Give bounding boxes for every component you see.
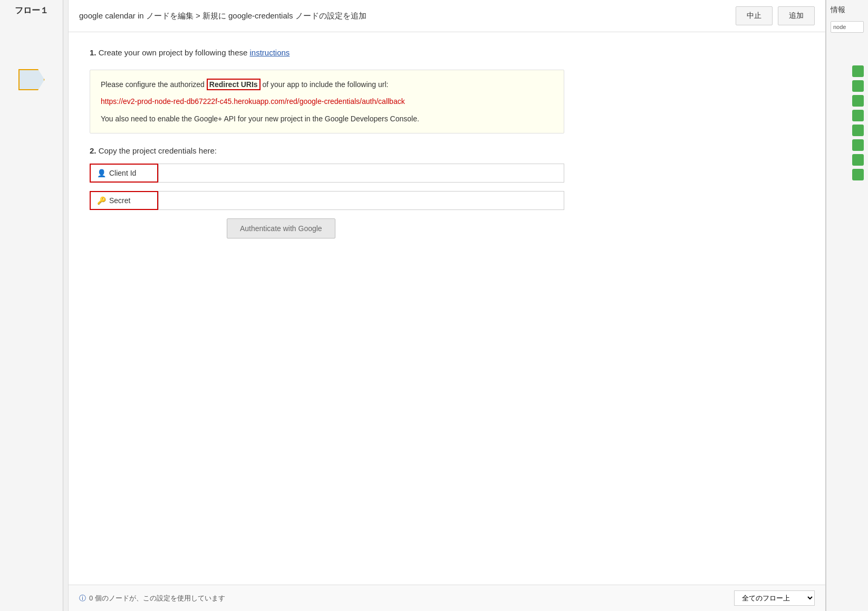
breadcrumb: google calendar in ノードを編集 > 新規に google-c… bbox=[79, 11, 367, 21]
authenticate-button[interactable]: Authenticate with Google bbox=[227, 218, 335, 238]
info-text-before: Please configure the authorized bbox=[101, 80, 207, 89]
node-row-3 bbox=[831, 95, 864, 107]
step1-number: 1. bbox=[90, 48, 97, 57]
key-icon: 🔑 bbox=[97, 196, 106, 205]
green-node-5 bbox=[852, 125, 864, 136]
info-box: Please configure the authorized Redirect… bbox=[90, 70, 564, 133]
header: google calendar in ノードを編集 > 新規に google-c… bbox=[69, 0, 825, 32]
node-block-main: node bbox=[831, 21, 864, 33]
secret-label: 🔑 Secret bbox=[90, 191, 158, 210]
footer-info: ⓘ 0 個のノードが、この設定を使用しています bbox=[79, 594, 225, 603]
right-sidebar-info-label: 情報 bbox=[831, 5, 864, 15]
footer-info-text: 0 個のノードが、この設定を使用しています bbox=[89, 594, 225, 603]
green-node-7 bbox=[852, 154, 864, 166]
secret-input[interactable] bbox=[158, 191, 564, 210]
step1: 1. Create your own project by following … bbox=[90, 48, 804, 57]
node-row-8 bbox=[831, 169, 864, 180]
canvas-strip bbox=[63, 0, 69, 611]
info-text-after: of your app to include the following url… bbox=[261, 80, 389, 89]
step1-text: Create your own project by following the… bbox=[97, 48, 250, 57]
spacer bbox=[831, 36, 864, 46]
node-row-2 bbox=[831, 80, 864, 92]
left-sidebar: フロー１ bbox=[0, 0, 63, 611]
info-box-bottom: You also need to enable the Google+ API … bbox=[101, 113, 553, 125]
step2: 2. Copy the project credentials here: bbox=[90, 146, 804, 155]
green-node-8 bbox=[852, 169, 864, 180]
green-node-1 bbox=[852, 65, 864, 77]
node-row-5 bbox=[831, 125, 864, 136]
step1-label: 1. Create your own project by following … bbox=[90, 48, 804, 57]
form-body: 1. Create your own project by following … bbox=[69, 32, 825, 585]
flow-select[interactable]: 全てのフロー上 bbox=[734, 590, 815, 606]
client-id-label-text: Client Id bbox=[109, 169, 136, 177]
auth-btn-container: Authenticate with Google bbox=[158, 218, 804, 238]
secret-row: 🔑 Secret bbox=[90, 191, 564, 210]
node-row-4 bbox=[831, 110, 864, 121]
header-actions: 中止 追加 bbox=[736, 6, 815, 25]
node-row-7 bbox=[831, 154, 864, 166]
green-node-6 bbox=[852, 139, 864, 151]
flow-arrow bbox=[18, 69, 45, 90]
client-id-input[interactable] bbox=[158, 164, 564, 183]
right-nodes bbox=[831, 65, 864, 180]
flow-label: フロー１ bbox=[15, 5, 49, 16]
instructions-link[interactable]: instructions bbox=[250, 48, 290, 57]
info-box-text: Please configure the authorized Redirect… bbox=[101, 79, 553, 90]
redirect-uris-highlight: Redirect URIs bbox=[207, 79, 261, 90]
right-sidebar: 情報 node bbox=[826, 0, 868, 611]
node-row-6 bbox=[831, 139, 864, 151]
secret-label-text: Secret bbox=[109, 196, 130, 205]
green-node-2 bbox=[852, 80, 864, 92]
person-icon: 👤 bbox=[97, 169, 106, 177]
footer-select-container: 全てのフロー上 bbox=[734, 590, 815, 606]
cancel-button[interactable]: 中止 bbox=[736, 6, 773, 25]
client-id-row: 👤 Client Id bbox=[90, 164, 564, 183]
callback-url[interactable]: https://ev2-prod-node-red-db67222f-c45.h… bbox=[101, 96, 553, 107]
step2-text: Copy the project credentials here: bbox=[97, 146, 217, 155]
info-circle-icon: ⓘ bbox=[79, 594, 86, 603]
green-node-4 bbox=[852, 110, 864, 121]
client-id-label: 👤 Client Id bbox=[90, 164, 158, 183]
green-node-3 bbox=[852, 95, 864, 107]
step2-label: 2. Copy the project credentials here: bbox=[90, 146, 804, 155]
breadcrumb-text: google calendar in ノードを編集 > 新規に google-c… bbox=[79, 11, 367, 20]
add-button[interactable]: 追加 bbox=[778, 6, 815, 25]
footer: ⓘ 0 個のノードが、この設定を使用しています 全てのフロー上 bbox=[69, 585, 825, 611]
step2-number: 2. bbox=[90, 146, 97, 155]
main-panel: google calendar in ノードを編集 > 新規に google-c… bbox=[69, 0, 826, 611]
node-row-1 bbox=[831, 65, 864, 77]
